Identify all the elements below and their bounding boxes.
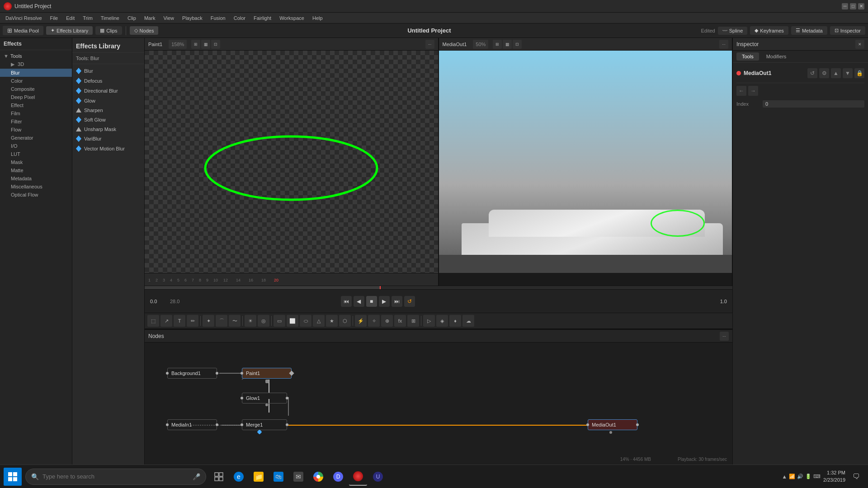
viewer-right-btn1[interactable]: ⊞ [493, 40, 502, 49]
tool-color-correct[interactable]: ☀ [245, 315, 256, 327]
tree-item-lut[interactable]: LUT [0, 150, 72, 158]
lib-item-unsharp-mask[interactable]: Unsharp Mask [72, 125, 144, 134]
tray-wifi[interactable]: 📶 [789, 474, 795, 480]
tool-magic[interactable]: ✧ [368, 315, 380, 327]
tool-extra1[interactable]: ▷ [423, 315, 435, 327]
viewer-right-btn2[interactable]: ▦ [503, 40, 512, 49]
lib-item-sharpen[interactable]: Sharpen [72, 106, 144, 115]
tree-item-matte[interactable]: Matte [0, 166, 72, 174]
menu-timeline[interactable]: Timeline [97, 14, 123, 22]
tool-triangle[interactable]: △ [313, 315, 325, 327]
tool-paint[interactable]: ✏ [187, 315, 198, 327]
search-input[interactable] [42, 473, 189, 480]
inspector-index-value[interactable]: 0 [763, 100, 864, 108]
tree-item-color[interactable]: Color [0, 77, 72, 85]
tool-bezier[interactable]: ⌒ [216, 315, 227, 327]
inspector-reset-icon[interactable]: ↺ [807, 68, 817, 78]
start-button[interactable] [4, 468, 22, 486]
menu-color[interactable]: Color [230, 14, 249, 22]
tray-keyboard[interactable]: ⌨ [813, 474, 821, 480]
menu-workspace[interactable]: Workspace [276, 14, 308, 22]
lib-item-vector-motion-blur[interactable]: Vector Motion Blur [72, 144, 144, 154]
system-clock[interactable]: 1:32 PM 2/23/2019 [823, 469, 845, 483]
tool-polyline[interactable]: ✦ [203, 315, 214, 327]
play-button[interactable]: ▶ [379, 296, 390, 307]
menu-help[interactable]: Help [309, 14, 326, 22]
tray-battery[interactable]: 🔋 [805, 474, 811, 480]
taskbar-edge[interactable]: e [230, 468, 248, 486]
taskbar-store[interactable]: 🛍 [269, 468, 288, 486]
maximize-button[interactable]: □ [850, 3, 856, 9]
tool-star[interactable]: ★ [326, 315, 338, 327]
tree-item-deep-pixel[interactable]: Deep Pixel [0, 93, 72, 101]
tree-item-optical-flow[interactable]: Optical Flow [0, 191, 72, 199]
inspector-nav-back[interactable]: ← [736, 86, 746, 96]
taskbar-taskview[interactable] [210, 468, 228, 486]
tree-item-filter[interactable]: Filter [0, 117, 72, 126]
node-mediain1[interactable]: MediaIn1 [167, 419, 217, 430]
menu-edit[interactable]: Edit [62, 14, 78, 22]
tree-item-film[interactable]: Film [0, 109, 72, 117]
spline-button[interactable]: 〰 Spline [718, 27, 748, 35]
tab-tools[interactable]: Tools [736, 52, 759, 61]
tool-grid[interactable]: ⊞ [407, 315, 419, 327]
tool-select[interactable]: ⬚ [147, 315, 159, 327]
menu-clip[interactable]: Clip [124, 14, 140, 22]
taskbar-search-box[interactable]: 🔍 🎤 [25, 469, 206, 485]
media-pool-button[interactable]: ⊞ Media Pool [3, 26, 43, 35]
tool-ngon[interactable]: ⬡ [339, 315, 351, 327]
menu-fairlight[interactable]: Fairlight [250, 14, 275, 22]
taskbar-user[interactable]: U [369, 468, 387, 486]
node-background1[interactable]: Background1 [167, 368, 217, 379]
go-end-button[interactable]: ⏭ [392, 296, 402, 307]
notification-button[interactable]: 🗨 [848, 469, 864, 485]
inspector-lock-icon[interactable]: 🔒 [854, 68, 864, 78]
tool-arrow[interactable]: ↗ [160, 315, 172, 327]
tree-item-effect[interactable]: Effect [0, 101, 72, 109]
taskbar-mail[interactable]: ✉ [289, 468, 307, 486]
taskbar-discord[interactable]: D [329, 468, 347, 486]
menu-mark[interactable]: Mark [141, 14, 159, 22]
lib-item-soft-glow[interactable]: Soft Glow [72, 115, 144, 125]
metadata-button[interactable]: ☰ Metadata [791, 26, 827, 35]
tool-path[interactable]: ⊕ [381, 315, 393, 327]
tool-extra3[interactable]: ♦ [449, 315, 461, 327]
tree-item-composite[interactable]: Composite [0, 85, 72, 93]
inspector-nav-forward[interactable]: → [748, 86, 758, 96]
close-button[interactable]: ✕ [858, 3, 864, 9]
viewer-left-btn1[interactable]: ⊞ [191, 40, 200, 49]
tree-item-miscellaneous[interactable]: Miscellaneous [0, 183, 72, 191]
tree-item-io[interactable]: I/O [0, 142, 72, 150]
minimize-button[interactable]: ─ [842, 3, 848, 9]
tool-bspline[interactable]: 〜 [229, 315, 241, 327]
node-paint1[interactable]: Paint1 [242, 368, 292, 379]
tree-item-flow[interactable]: Flow [0, 126, 72, 134]
tray-icon-1[interactable]: ▲ [782, 474, 787, 480]
tool-fill[interactable]: ◎ [258, 315, 269, 327]
taskbar-explorer[interactable]: 📁 [250, 468, 268, 486]
tool-extra4[interactable]: ☁ [462, 315, 474, 327]
nodes-more-button[interactable]: ··· [720, 332, 729, 341]
tree-item-blur[interactable]: Blur [0, 69, 72, 77]
effects-library-button[interactable]: ✦ Effects Library [46, 26, 93, 35]
node-mediaout1[interactable]: MediaOut1 [588, 419, 637, 430]
lib-item-variblur[interactable]: VariBlur [72, 134, 144, 144]
tab-modifiers[interactable]: Modifiers [761, 52, 792, 61]
menu-playback[interactable]: Playback [179, 14, 206, 22]
lib-item-blur[interactable]: Blur [72, 66, 144, 76]
menu-fusion[interactable]: Fusion [207, 14, 229, 22]
viewer-left-btn3[interactable]: ⊡ [211, 40, 220, 49]
lib-item-glow[interactable]: Glow [72, 96, 144, 106]
viewer-left-more[interactable]: ··· [425, 40, 434, 49]
microphone-icon[interactable]: 🎤 [193, 473, 200, 480]
clips-button[interactable]: ▦ Clips [95, 26, 122, 35]
viewer-right-more[interactable]: ··· [719, 40, 728, 49]
tray-audio[interactable]: 🔊 [797, 474, 803, 480]
menu-trim[interactable]: Trim [79, 14, 96, 22]
tool-rounded-rect[interactable]: ⬜ [287, 315, 298, 327]
tree-item-mask[interactable]: Mask [0, 158, 72, 166]
tree-tools-root[interactable]: ▼ Tools [0, 52, 72, 60]
window-controls[interactable]: ─ □ ✕ [842, 3, 864, 9]
inspector-settings-icon[interactable]: ⚙ [819, 68, 829, 78]
nodes-button[interactable]: ◇ Nodes [130, 26, 159, 35]
